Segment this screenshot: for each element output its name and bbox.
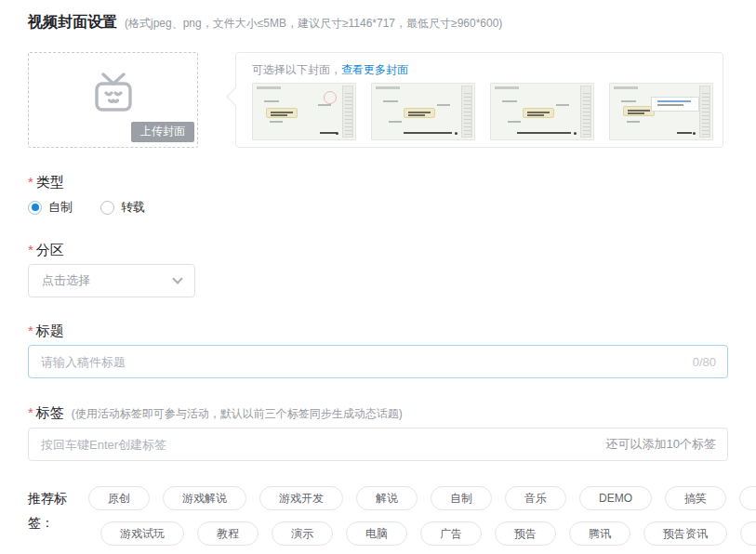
required-asterisk: * xyxy=(28,241,33,259)
recommended-tags-label: 推荐标签： xyxy=(28,486,88,554)
type-radio-group: 自制 转载 xyxy=(28,199,728,216)
required-asterisk: * xyxy=(28,322,33,340)
recommended-tags-rows: 原创游戏解说游戏开发解说自制音乐DEMO搞笑MV 游戏试玩教程演示电脑广告预告腾… xyxy=(88,486,756,554)
section-title: 视频封面设置 xyxy=(28,13,117,33)
cover-row: 上传封面 可选择以下封面，查看更多封面 xyxy=(28,52,728,148)
cover-thumbnail-3[interactable] xyxy=(490,83,594,140)
cover-format-note: (格式jpeg、png，文件大小≤5MB，建议尺寸≥1146*717，最低尺寸≥… xyxy=(125,16,502,32)
recommended-tag[interactable]: 自制 xyxy=(431,486,492,510)
recommended-tag[interactable]: 预告资讯 xyxy=(643,521,727,546)
recommended-tag[interactable]: 解说 xyxy=(356,486,418,510)
cover-settings-header: 视频封面设置 (格式jpeg、png，文件大小≤5MB，建议尺寸≥1146*71… xyxy=(28,13,728,33)
upload-cover-button[interactable]: 上传封面 xyxy=(131,122,194,142)
chevron-down-icon xyxy=(172,273,182,284)
tags-input[interactable] xyxy=(28,428,728,461)
recommended-tag[interactable]: 腾讯 xyxy=(569,521,630,546)
tags-label: 标签 xyxy=(36,403,64,422)
category-select[interactable]: 点击选择 xyxy=(28,264,195,297)
recommended-tags-section: 推荐标签： 原创游戏解说游戏开发解说自制音乐DEMO搞笑MV 游戏试玩教程演示电… xyxy=(28,486,728,554)
recommended-tag[interactable]: 演示 xyxy=(272,521,333,546)
recommended-tag[interactable]: 游戏开发 xyxy=(259,486,343,510)
upload-cover-dropzone[interactable]: 上传封面 xyxy=(28,52,198,148)
tags-label-row: * 标签 (使用活动标签即可参与活动，默认以前三个标签同步生成动态话题) xyxy=(28,403,728,423)
panel-arrow-tail xyxy=(226,87,245,106)
recommended-tag[interactable]: DEMO xyxy=(579,486,652,510)
recommended-tag[interactable]: 广告 xyxy=(420,521,482,546)
recommended-tags-row-1: 原创游戏解说游戏开发解说自制音乐DEMO搞笑MV xyxy=(88,486,756,510)
tags-input-wrap: 还可以添加10个标签 xyxy=(28,428,728,461)
radio-selected-icon xyxy=(28,201,42,215)
category-label-row: * 分区 xyxy=(28,241,728,259)
radio-unselected-icon xyxy=(100,201,114,215)
view-more-covers-link[interactable]: 查看更多封面 xyxy=(341,63,408,76)
required-asterisk: * xyxy=(28,173,33,191)
video-submit-form: 视频封面设置 (格式jpeg、png，文件大小≤5MB，建议尺寸≥1146*71… xyxy=(0,0,756,554)
cover-thumbnail-4[interactable] xyxy=(609,83,713,140)
recommended-tag[interactable]: MV xyxy=(739,486,756,510)
title-label: 标题 xyxy=(36,322,64,340)
recommended-tag[interactable]: 教学 xyxy=(740,521,756,546)
title-input-wrap: 0/80 xyxy=(28,345,728,378)
recommended-tag[interactable]: 游戏试玩 xyxy=(100,521,184,546)
radio-repost[interactable]: 转载 xyxy=(100,199,145,216)
type-label-row: * 类型 xyxy=(28,173,728,191)
cover-thumbnails xyxy=(252,83,708,140)
required-asterisk: * xyxy=(28,403,33,422)
type-label: 类型 xyxy=(36,173,64,191)
panel-hint-row: 可选择以下封面，查看更多封面 xyxy=(252,60,708,78)
recommended-tag[interactable]: 游戏解说 xyxy=(163,486,246,510)
title-input[interactable] xyxy=(28,345,728,378)
recommended-tag[interactable]: 教程 xyxy=(197,521,259,546)
recommended-tag[interactable]: 预告 xyxy=(495,521,556,546)
bilibili-tv-icon xyxy=(88,72,139,118)
panel-hint-text: 可选择以下封面， xyxy=(252,63,341,76)
recommended-tag[interactable]: 原创 xyxy=(88,486,150,510)
cover-suggestions-panel: 可选择以下封面，查看更多封面 xyxy=(235,52,723,148)
title-label-row: * 标题 xyxy=(28,322,728,340)
recommended-tag[interactable]: 音乐 xyxy=(505,486,566,510)
recommended-tags-row-2: 游戏试玩教程演示电脑广告预告腾讯预告资讯教学 xyxy=(100,521,756,546)
category-label: 分区 xyxy=(36,241,64,259)
tags-note: (使用活动标签即可参与活动，默认以前三个标签同步生成动态话题) xyxy=(72,404,403,423)
cover-thumbnail-2[interactable] xyxy=(371,83,475,140)
recommended-tag[interactable]: 电脑 xyxy=(346,521,407,546)
radio-self-made[interactable]: 自制 xyxy=(28,199,73,216)
category-select-placeholder: 点击选择 xyxy=(42,272,90,289)
cover-thumbnail-1[interactable] xyxy=(252,83,356,140)
recommended-tag[interactable]: 搞笑 xyxy=(665,486,726,510)
